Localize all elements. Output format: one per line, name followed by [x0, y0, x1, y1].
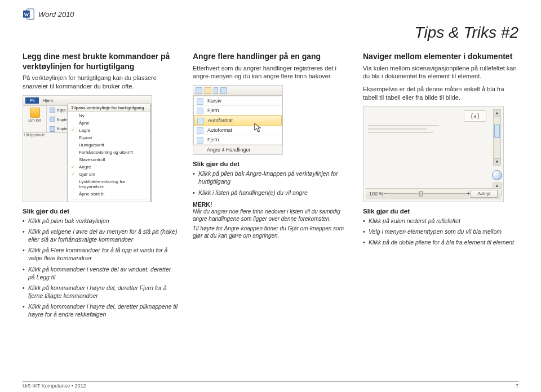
col2-howto-label: Slik gjør du det — [193, 161, 348, 167]
screenshot-browse-object: {a} ▲ ▼ ▲ ▼ 100 % − + Avbryt — [363, 106, 504, 202]
step-item: Klikk på pilen bak verktøylinjen — [23, 217, 178, 225]
undo-history-item[interactable]: Fjern — [194, 135, 282, 145]
copy-icon — [50, 117, 55, 122]
section-undo-multiple: Angre flere handlinger på en gang Etterh… — [193, 52, 348, 322]
col2-note-2: Til høyre for Angre-knappen finner du Gj… — [193, 225, 348, 239]
qat-menu-item[interactable]: Stavekontroll — [68, 156, 150, 163]
undo-item-label: Fjern — [207, 108, 219, 113]
ribbon-tab-home[interactable]: Hjem — [42, 98, 53, 103]
scroll-down-arrow[interactable]: ▼ — [494, 158, 500, 165]
qat-menu-item[interactable]: Gjør om — [68, 171, 150, 178]
undo-item-label: Kursiv — [207, 98, 221, 104]
action-icon — [197, 98, 203, 105]
paste-label: Lim inn — [28, 118, 41, 122]
qat-menu-item[interactable]: Forhåndsvisning og utskrift — [68, 149, 150, 156]
col3-howto-label: Slik gjør du det — [363, 208, 518, 215]
qat-menu-item[interactable]: Lysbildefremvisning fra begynnelsen — [68, 178, 150, 190]
action-icon — [197, 118, 204, 124]
qat-more-commands[interactable]: Flere kommandoer… — [68, 201, 150, 202]
col3-body-2: Eksempelvis er det på denne måten enkelt… — [363, 85, 518, 102]
undo-history-list: KursivFjernAutoformatAutoformatFjern — [193, 96, 282, 145]
step-item: Klikk på valgene i øvre del av menyen fo… — [23, 228, 178, 243]
step-item: Klikk i listen på handlingen(e) du vil a… — [193, 189, 348, 197]
document-body-placeholder — [368, 125, 486, 135]
undo-dropdown-arrow[interactable] — [214, 87, 218, 94]
scroll-up-arrow[interactable]: ▲ — [494, 110, 500, 117]
cancel-button[interactable]: Avbryt — [471, 190, 498, 198]
col3-steps: Klikk på kulen nederst på rullefeltetVel… — [363, 217, 518, 247]
col2-lead: Etterhvert som du angrer handlinger regi… — [193, 64, 348, 81]
qat-menu-item[interactable]: Hurtigutskrift — [68, 141, 150, 149]
screenshot-qat-dropdown: Fil Hjem Lim inn Klipp ut Kopier Kopier … — [23, 95, 152, 202]
qat-menu-item[interactable]: E-post — [68, 134, 150, 141]
select-browse-object-button[interactable] — [492, 170, 502, 180]
footer-page-number: 7 — [516, 383, 518, 389]
redo-icon[interactable] — [220, 87, 227, 94]
step-item: Klikk på kommandoer i høyre del, derette… — [23, 302, 178, 318]
step-item: Velg i menyen elementtypen som du vil bl… — [363, 228, 518, 235]
col3-heading: Naviger mellom elementer i dokumentet — [363, 52, 518, 62]
qat-menu-item[interactable]: Lagre — [68, 127, 150, 134]
step-item: Klikk på de doble pilene for å bla fra e… — [363, 238, 518, 246]
undo-item-label: Autoformat — [208, 118, 233, 123]
paste-icon — [30, 108, 40, 118]
page-title: Tips & Triks #2 — [23, 24, 518, 42]
paste-button[interactable]: Lim inn — [26, 108, 43, 122]
step-item: Klikk på kommandoer i høyre del, derette… — [23, 284, 178, 300]
col2-note-heading: MERK! — [193, 201, 348, 208]
col1-steps: Klikk på pilen bak verktøylinjenKlikk på… — [23, 217, 178, 319]
step-item: Klikk på kulen nederst på rullefeltet — [363, 217, 518, 225]
undo-history-item[interactable]: Autoformat — [194, 126, 282, 135]
undo-item-label: Fjern — [207, 137, 219, 142]
step-item: Klikk på pilen bak Angre-knappen på verk… — [193, 170, 348, 185]
col1-lead: På verktøylinjen for hurtigtilgang kan d… — [23, 74, 178, 91]
undo-count-label: Angre 4 Handlinger — [193, 145, 282, 154]
screenshot-undo-menu: KursivFjernAutoformatAutoformatFjern Ang… — [193, 85, 283, 155]
qat-menu-items: NyÅpneLagreE-postHurtigutskriftForhåndsv… — [68, 112, 150, 198]
page-header: W Word 2010 — [23, 8, 518, 20]
col2-steps: Klikk på pilen bak Angre-knappen på verk… — [193, 170, 348, 197]
undo-history-item[interactable]: Kursiv — [194, 96, 282, 106]
brush-icon — [50, 126, 55, 132]
svg-text:W: W — [24, 12, 29, 17]
zoom-level-label: 100 % — [369, 191, 384, 197]
page-footer: UiS-IKT Kompetanse • 2012 7 — [23, 383, 518, 389]
qat-customize-menu: Tilpass verktøylinje for hurtigtilgang N… — [67, 104, 150, 202]
action-icon — [197, 108, 203, 114]
qat-menu-item[interactable]: Ny — [68, 112, 150, 119]
scissors-icon — [50, 108, 55, 113]
col1-howto-label: Slik gjør du det — [23, 208, 178, 215]
col1-heading: Legg dine mest brukte kommandoer på verk… — [23, 52, 178, 72]
save-icon[interactable] — [196, 87, 202, 94]
word-app-icon: W — [23, 8, 35, 20]
ribbon-tab-file[interactable]: Fil — [25, 97, 39, 104]
action-icon — [197, 137, 203, 144]
scroll-thumb[interactable] — [494, 124, 500, 138]
section-navigate-elements: Naviger mellom elementer i dokumentet Vi… — [363, 52, 518, 322]
app-name: Word 2010 — [38, 10, 74, 19]
undo-history-item[interactable]: Fjern — [194, 106, 282, 115]
action-icon — [197, 127, 203, 134]
vertical-scrollbar[interactable]: ▲ ▼ — [493, 109, 501, 166]
col2-note-1: Når du angrer noe flere trinn nedover i … — [193, 208, 348, 222]
col3-body-1: Via kulen mellom sidenavigasjonpilene på… — [363, 64, 518, 81]
field-braces-sample: {a} — [464, 110, 486, 122]
undo-icon[interactable] — [205, 87, 211, 94]
qat-menu-item[interactable]: Åpne siste fil — [68, 190, 150, 198]
footer-left: UiS-IKT Kompetanse • 2012 — [23, 383, 86, 389]
undo-item-label: Autoformat — [207, 127, 232, 133]
qat-menu-title: Tilpass verktøylinje for hurtigtilgang — [68, 104, 150, 112]
step-item: Klikk på kommandoer i venstre del av vin… — [23, 265, 178, 281]
undo-history-item[interactable]: Autoformat — [194, 115, 282, 126]
section-quick-access-toolbar: Legg dine mest brukte kommandoer på verk… — [23, 52, 178, 322]
qat-menu-item[interactable]: Åpne — [68, 119, 150, 127]
step-item: Klikk på Flere kommandoer for å få opp e… — [23, 246, 178, 262]
qat-menu-item[interactable]: Angre — [68, 163, 150, 171]
col2-heading: Angre flere handlinger på en gang — [193, 52, 348, 62]
